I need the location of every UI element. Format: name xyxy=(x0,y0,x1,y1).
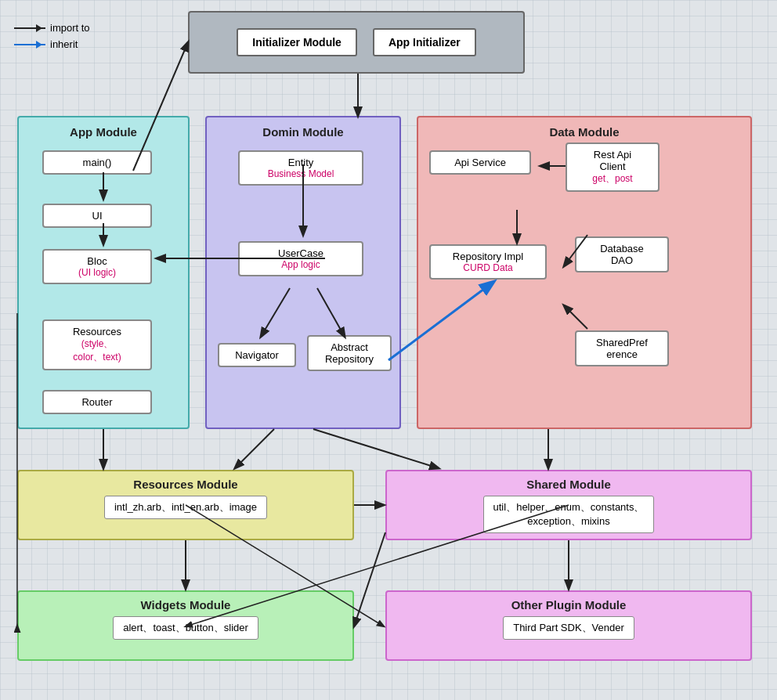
shared-content-box: util、helper、enum、constants、 exception、mi… xyxy=(483,496,655,533)
app-module: App Module main() UI Bloc (UI logic) Res… xyxy=(17,116,190,429)
app-main-label: main() xyxy=(83,157,112,168)
domain-abstract-repo-label: Abstract Repository xyxy=(325,341,374,365)
domain-usercase-sub: App logic xyxy=(248,259,354,270)
app-bloc-label: Bloc xyxy=(52,255,143,267)
resources-module-title: Resources Module xyxy=(19,478,352,491)
resources-content-box: intl_zh.arb、intl_en.arb、image xyxy=(104,496,267,519)
svg-line-15 xyxy=(313,429,439,468)
data-rest-api-label: Rest Api Client xyxy=(575,149,650,172)
data-repo-impl-sub: CURD Data xyxy=(439,262,537,273)
app-main-box: main() xyxy=(42,150,152,175)
shared-module-content-wrap: util、helper、enum、constants、 exception、mi… xyxy=(387,496,750,533)
data-api-service-box: Api Service xyxy=(429,150,531,175)
import-label: import to xyxy=(50,22,90,34)
data-database-box: Database DAO xyxy=(575,236,669,272)
data-database-label: Database DAO xyxy=(600,243,644,266)
widgets-content: alert、toast、button、slider xyxy=(123,622,248,633)
svg-line-14 xyxy=(235,429,274,468)
app-resources-sub: (style、 color、text) xyxy=(52,337,143,364)
domain-module-title: Domin Module xyxy=(207,125,399,139)
app-initializer-label: App Initializer xyxy=(388,36,461,49)
widgets-module-content-wrap: alert、toast、button、slider xyxy=(19,616,352,640)
app-initializer-box: App Initializer xyxy=(373,28,476,56)
shared-module-title: Shared Module xyxy=(387,478,750,491)
shared-content: util、helper、enum、constants、 exception、mi… xyxy=(493,501,645,527)
legend-inherit: inherit xyxy=(14,38,90,50)
app-ui-box: UI xyxy=(42,204,152,228)
initializer-title-box: Initializer Module xyxy=(237,28,357,56)
app-ui-label: UI xyxy=(92,210,103,222)
other-module-title: Other Plugin Module xyxy=(387,598,750,612)
import-arrow-icon xyxy=(14,27,45,29)
data-api-service-label: Api Service xyxy=(454,157,506,168)
data-module-title: Data Module xyxy=(418,125,750,139)
domain-entity-label: Entity xyxy=(248,157,354,168)
domain-abstract-repo-box: Abstract Repository xyxy=(307,335,392,371)
widgets-module-title: Widgets Module xyxy=(19,598,352,612)
data-module: Data Module Api Service Rest Api Client … xyxy=(417,116,752,429)
domain-module: Domin Module Entity Business Model UserC… xyxy=(205,116,401,429)
data-repo-impl-label: Repository Impl xyxy=(439,251,537,262)
other-content: Third Part SDK、Vender xyxy=(513,622,624,633)
data-repo-impl-box: Repository Impl CURD Data xyxy=(429,244,547,280)
resources-module-content-wrap: intl_zh.arb、intl_en.arb、image xyxy=(19,496,352,519)
legend-import: import to xyxy=(14,22,90,34)
other-module-content-wrap: Third Part SDK、Vender xyxy=(387,616,750,640)
inherit-arrow-icon xyxy=(14,44,45,45)
app-bloc-box: Bloc (UI logic) xyxy=(42,249,152,284)
domain-navigator-box: Navigator xyxy=(218,343,296,367)
app-bloc-sub: (UI logic) xyxy=(52,267,143,278)
domain-entity-sub: Business Model xyxy=(248,168,354,179)
data-shared-pref-label: SharedPref erence xyxy=(596,337,648,360)
resources-module: Resources Module intl_zh.arb、intl_en.arb… xyxy=(17,470,354,540)
data-rest-api-sub: get、post xyxy=(575,172,650,186)
shared-module: Shared Module util、helper、enum、constants… xyxy=(385,470,752,540)
domain-usercase-box: UserCase App logic xyxy=(238,241,363,276)
other-plugin-module: Other Plugin Module Third Part SDK、Vende… xyxy=(385,590,752,661)
app-module-title: App Module xyxy=(19,125,188,139)
app-router-label: Router xyxy=(81,396,112,408)
other-content-box: Third Part SDK、Vender xyxy=(503,616,634,640)
domain-entity-box: Entity Business Model xyxy=(238,150,363,186)
data-rest-api-box: Rest Api Client get、post xyxy=(566,143,660,192)
legend: import to inherit xyxy=(14,22,90,55)
app-router-box: Router xyxy=(42,390,152,414)
domain-usercase-label: UserCase xyxy=(248,247,354,259)
inherit-label: inherit xyxy=(50,38,78,50)
widgets-content-box: alert、toast、button、slider xyxy=(113,616,258,640)
svg-line-20 xyxy=(354,532,385,626)
app-resources-box: Resources (style、 color、text) xyxy=(42,319,152,370)
resources-content: intl_zh.arb、intl_en.arb、image xyxy=(114,501,257,513)
diagram-container: import to inherit Initializer Module App… xyxy=(0,0,777,700)
initializer-title: Initializer Module xyxy=(252,36,342,49)
widgets-module: Widgets Module alert、toast、button、slider xyxy=(17,590,354,661)
data-shared-pref-box: SharedPref erence xyxy=(575,330,669,366)
domain-navigator-label: Navigator xyxy=(235,349,279,361)
initializer-module: Initializer Module App Initializer xyxy=(188,11,525,74)
app-resources-label: Resources xyxy=(52,326,143,337)
